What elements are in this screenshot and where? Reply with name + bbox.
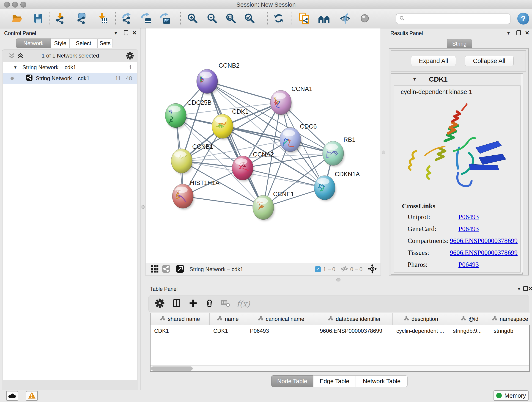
open-file-button[interactable]	[10, 12, 24, 26]
crosslink-link[interactable]: 9606.ENSP00000378699	[450, 249, 518, 256]
crosslink-link[interactable]: P06493	[458, 261, 479, 268]
network-view-canvas[interactable]: CCNB2CCNA1CDC25BCDK1CDC6RB1CCNB1CCNA2CDK…	[145, 28, 381, 263]
selected-checkbox-icon[interactable]: ✓	[315, 266, 321, 272]
cloud-status-button[interactable]	[6, 391, 18, 401]
import-network-database-button[interactable]	[75, 12, 89, 26]
table-cell[interactable]: P06493	[246, 325, 316, 337]
table-cell[interactable]: CDK1	[210, 325, 246, 337]
network-node-ccnb2[interactable]	[196, 69, 218, 95]
detach-view-icon[interactable]	[176, 264, 185, 274]
table-panel-collapse-icon[interactable]: ▼	[517, 287, 521, 292]
table-cell[interactable]: cyclin-dependent ...	[393, 325, 449, 337]
network-node-hist1h1a[interactable]	[172, 184, 194, 210]
network-node-cdc6[interactable]	[280, 128, 302, 153]
right-splitter-handle[interactable]	[382, 151, 385, 154]
collapse-all-button[interactable]: Collapse All	[465, 56, 514, 66]
horizontal-splitter-handle[interactable]	[336, 278, 341, 281]
scrollbar-thumb[interactable]	[151, 366, 193, 370]
function-builder-icon[interactable]: f(x)	[237, 299, 250, 308]
zoom-fit-button[interactable]	[224, 12, 238, 26]
column-header-name[interactable]: name	[210, 313, 246, 325]
import-table-file-button[interactable]	[95, 12, 109, 26]
control-panel-close-icon[interactable]: ×	[133, 30, 137, 36]
results-scrollbar-track[interactable]	[521, 74, 523, 273]
delete-table-icon[interactable]	[221, 298, 231, 309]
network-node-ccnb1[interactable]	[171, 149, 193, 174]
network-share-view-icon[interactable]	[162, 264, 171, 274]
left-splitter-handle[interactable]	[141, 205, 145, 209]
clone-network-button[interactable]	[297, 12, 311, 26]
tab-edge-table[interactable]: Edge Table	[313, 375, 356, 387]
delete-column-trash-icon[interactable]	[205, 298, 214, 309]
save-session-button[interactable]	[31, 12, 46, 26]
show-panel-button[interactable]	[357, 12, 372, 26]
results-panel-collapse-icon[interactable]: ▼	[506, 31, 511, 36]
table-settings-gear-icon[interactable]	[155, 298, 165, 309]
tab-network-table[interactable]: Network Table	[356, 375, 408, 387]
network-collection-row[interactable]: ▼ String Network – cdk1 1	[3, 62, 137, 73]
network-node-cdkn1a[interactable]	[314, 176, 336, 201]
export-table-button[interactable]	[138, 12, 153, 26]
birdseye-crosshair-icon[interactable]	[367, 264, 377, 275]
results-panel-float-icon[interactable]	[516, 30, 521, 35]
column-header-database-identifier[interactable]: database identifier	[316, 313, 393, 325]
tab-style[interactable]: Style	[51, 38, 70, 48]
results-panel-close-icon[interactable]: ×	[525, 30, 529, 36]
expand-all-button[interactable]: Expand All	[411, 56, 456, 66]
column-header-canonical-name[interactable]: canonical name	[246, 313, 316, 325]
grid-view-icon[interactable]	[150, 264, 159, 274]
home-layout-button[interactable]	[317, 12, 331, 26]
network-row[interactable]: String Network – cdk1 11 48	[3, 73, 137, 84]
collection-expand-icon[interactable]: ▼	[13, 65, 17, 70]
search-input[interactable]	[405, 16, 506, 22]
network-node-ccne1[interactable]	[253, 195, 274, 221]
network-node-ccna2[interactable]	[232, 156, 254, 181]
column-header--id[interactable]: @id	[449, 313, 490, 325]
crosslink-link[interactable]: P06493	[458, 225, 479, 233]
tab-network[interactable]: Network	[16, 38, 51, 48]
column-header-namespace[interactable]: namespace	[490, 313, 530, 325]
zoom-out-button[interactable]	[205, 12, 220, 26]
table-panel-float-icon[interactable]	[523, 286, 528, 291]
tab-sets[interactable]: Sets	[97, 38, 113, 48]
crosslink-link[interactable]: 9606.ENSP00000378699	[450, 237, 518, 245]
column-header-description[interactable]: description	[393, 313, 449, 325]
column-header-shared-name[interactable]: shared name	[151, 313, 210, 325]
table-cell[interactable]: stringdb	[490, 325, 530, 337]
network-node-ccna1[interactable]	[270, 90, 292, 116]
export-network-button[interactable]	[120, 12, 134, 26]
network-options-gear-icon[interactable]	[126, 51, 134, 61]
control-panel-collapse-icon[interactable]: ▼	[114, 31, 118, 36]
tab-node-table[interactable]: Node Table	[271, 375, 313, 387]
network-node-rb1[interactable]	[323, 141, 344, 167]
table-cell[interactable]: CDK1	[151, 325, 210, 337]
search-box[interactable]	[396, 13, 510, 24]
network-edge[interactable]	[183, 196, 263, 207]
warning-status-button[interactable]	[26, 391, 38, 401]
hidden-eye-slash-icon[interactable]	[340, 265, 348, 274]
section-collapse-icon[interactable]: ▼	[412, 77, 417, 82]
tab-select[interactable]: Select	[70, 38, 97, 48]
help-button[interactable]: ?	[517, 13, 529, 25]
network-edge[interactable]	[207, 81, 263, 207]
refresh-view-button[interactable]	[271, 12, 286, 26]
show-columns-icon[interactable]	[172, 298, 182, 309]
import-network-file-button[interactable]	[53, 12, 68, 26]
network-selection-status: 1 of 1 Network selected	[2, 52, 139, 59]
table-panel-close-icon[interactable]: ×	[528, 286, 532, 292]
export-image-button[interactable]	[157, 12, 172, 26]
control-panel-float-icon[interactable]	[124, 30, 128, 35]
crosslink-link[interactable]: P06493	[458, 213, 479, 221]
zoom-selected-button[interactable]	[242, 12, 257, 26]
tab-string[interactable]: String	[447, 39, 472, 49]
table-cell[interactable]: stringdb:9...	[449, 325, 490, 337]
zoom-in-button[interactable]	[185, 12, 200, 26]
table-horizontal-scrollbar[interactable]	[151, 365, 529, 371]
table-cell[interactable]: 9606.ENSP00000378699	[316, 325, 393, 337]
zoom-fit-icon	[225, 12, 237, 25]
create-column-plus-icon[interactable]	[189, 299, 198, 309]
memory-button[interactable]: Memory	[494, 390, 529, 401]
network-node-cdk1[interactable]	[212, 114, 234, 140]
zoom-out-icon	[206, 12, 218, 25]
hide-panels-button[interactable]	[338, 12, 352, 26]
